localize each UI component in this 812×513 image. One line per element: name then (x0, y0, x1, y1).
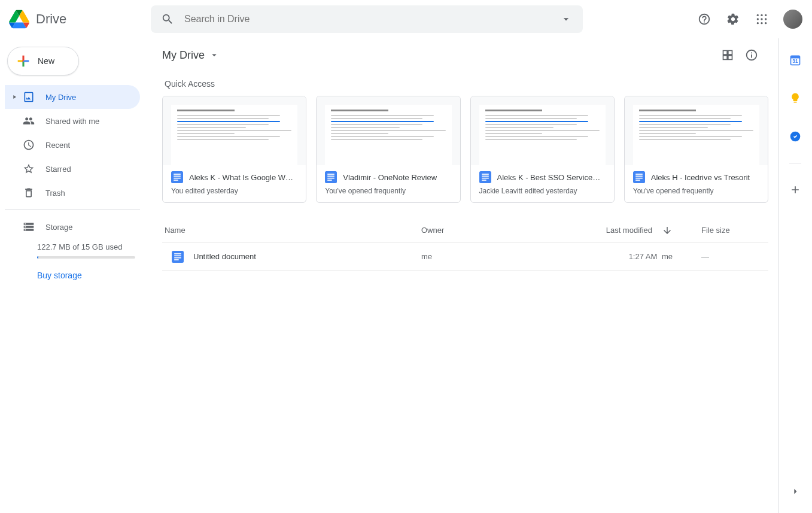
col-owner[interactable]: Owner (421, 226, 541, 235)
svg-point-5 (765, 18, 767, 20)
svg-point-2 (765, 14, 767, 16)
drive-logo-icon (7, 7, 31, 31)
grid-view-icon[interactable] (716, 43, 740, 67)
svg-point-7 (761, 22, 762, 24)
add-icon[interactable] (783, 178, 807, 202)
svg-rect-19 (479, 171, 491, 183)
card-title: Aleks K - What Is Google W… (189, 173, 293, 182)
keep-icon[interactable] (783, 86, 807, 110)
storage-icon (22, 220, 36, 234)
svg-rect-20 (482, 174, 489, 175)
svg-rect-12 (174, 178, 181, 179)
svg-point-6 (757, 22, 759, 24)
search-options-icon[interactable] (554, 7, 578, 31)
new-button[interactable]: New (7, 47, 79, 75)
main-area: My Drive Quick Access Aleks K - What Is … (150, 38, 778, 513)
card-title: Vladimir - OneNote Review (343, 173, 437, 182)
quick-access-card[interactable]: Vladimir - OneNote ReviewYou've opened f… (316, 96, 460, 203)
breadcrumb-dropdown-icon[interactable] (208, 49, 220, 61)
account-avatar[interactable] (783, 10, 802, 29)
info-icon[interactable] (740, 43, 764, 67)
card-thumbnail (471, 96, 614, 165)
search-bar[interactable] (151, 5, 583, 33)
sidebar-item-storage[interactable]: Storage (5, 215, 140, 239)
quick-access-title: Quick Access (162, 72, 768, 96)
quick-access-card[interactable]: Aleks H - Icedrive vs TresoritYou've ope… (624, 96, 768, 203)
storage-section: 122.7 MB of 15 GB used Buy storage (5, 239, 150, 280)
help-icon[interactable] (692, 7, 716, 31)
chevron-right-icon[interactable] (11, 94, 18, 100)
sidebar-item-label: Shared with me (45, 117, 99, 126)
sidebar-item-label: Starred (45, 165, 71, 174)
main-header: My Drive (150, 38, 778, 72)
table-row[interactable]: Untitled documentme1:27 AM me— (162, 242, 768, 271)
docs-icon (479, 171, 491, 183)
collapse-panel-icon[interactable] (783, 479, 807, 503)
new-button-label: New (38, 56, 54, 66)
docs-icon (325, 171, 337, 183)
card-thumbnail (317, 96, 460, 165)
card-thumbnail (163, 96, 306, 165)
sidebar-item-shared[interactable]: Shared with me (5, 109, 140, 133)
svg-rect-9 (171, 171, 183, 183)
col-size[interactable]: File size (673, 226, 768, 235)
settings-icon[interactable] (721, 7, 745, 31)
svg-rect-23 (482, 180, 486, 181)
sidebar-item-recent[interactable]: Recent (5, 133, 140, 157)
svg-rect-15 (327, 174, 334, 175)
table-body: Untitled documentme1:27 AM me— (162, 242, 768, 271)
quick-access-card[interactable]: Aleks K - Best SSO Service…Jackie Leavit… (470, 96, 615, 203)
sidebar-item-label: Recent (45, 141, 70, 150)
col-name[interactable]: Name (162, 226, 421, 235)
svg-point-4 (761, 18, 762, 20)
sidebar-item-my-drive[interactable]: My Drive (5, 85, 140, 109)
file-modified: 1:27 AM me (541, 252, 673, 261)
search-input[interactable] (180, 14, 554, 25)
product-name: Drive (36, 11, 66, 27)
clock-icon (22, 138, 36, 152)
search-icon[interactable] (156, 7, 180, 31)
file-size: — (673, 252, 768, 261)
sidebar-item-starred[interactable]: Starred (5, 157, 140, 181)
table-header: Name Owner Last modified File size (162, 218, 768, 242)
svg-rect-11 (174, 176, 181, 177)
card-subtitle: You've opened frequently (633, 187, 759, 195)
svg-rect-29 (172, 251, 184, 263)
svg-point-8 (765, 22, 767, 24)
svg-rect-18 (327, 180, 332, 181)
apps-icon[interactable] (750, 7, 774, 31)
svg-rect-24 (633, 171, 645, 183)
svg-rect-17 (327, 178, 334, 179)
svg-rect-30 (174, 253, 181, 254)
card-thumbnail (625, 96, 768, 165)
tasks-icon[interactable] (783, 125, 807, 148)
col-modified[interactable]: Last modified (541, 225, 673, 236)
breadcrumb[interactable]: My Drive (162, 49, 220, 62)
trash-icon (22, 186, 36, 200)
storage-progress (37, 256, 135, 259)
card-subtitle: Jackie Leavitt edited yesterday (479, 187, 606, 195)
sidebar: New My Drive Shared with me Recent (0, 38, 150, 513)
svg-rect-28 (635, 180, 640, 181)
quick-access-card[interactable]: Aleks K - What Is Google W…You edited ye… (162, 96, 306, 203)
docs-icon (172, 251, 184, 263)
svg-rect-21 (482, 176, 489, 177)
side-panel: 31 (778, 38, 812, 513)
card-subtitle: You've opened frequently (325, 187, 451, 195)
buy-storage-link[interactable]: Buy storage (20, 259, 82, 280)
calendar-icon[interactable]: 31 (783, 48, 807, 72)
storage-usage-text: 122.7 MB of 15 GB used (20, 239, 135, 251)
card-title: Aleks H - Icedrive vs Tresorit (651, 173, 750, 182)
quick-access-row: Aleks K - What Is Google W…You edited ye… (162, 96, 768, 203)
svg-point-3 (757, 18, 759, 20)
card-subtitle: You edited yesterday (171, 187, 297, 195)
sidebar-item-trash[interactable]: Trash (5, 181, 140, 205)
my-drive-icon (22, 90, 36, 104)
sidebar-item-label: Trash (45, 189, 65, 198)
breadcrumb-title: My Drive (162, 49, 205, 62)
divider (5, 210, 140, 210)
svg-rect-31 (174, 255, 181, 256)
logo-area[interactable]: Drive (7, 7, 151, 31)
svg-rect-37 (794, 102, 797, 103)
svg-rect-10 (174, 174, 181, 175)
